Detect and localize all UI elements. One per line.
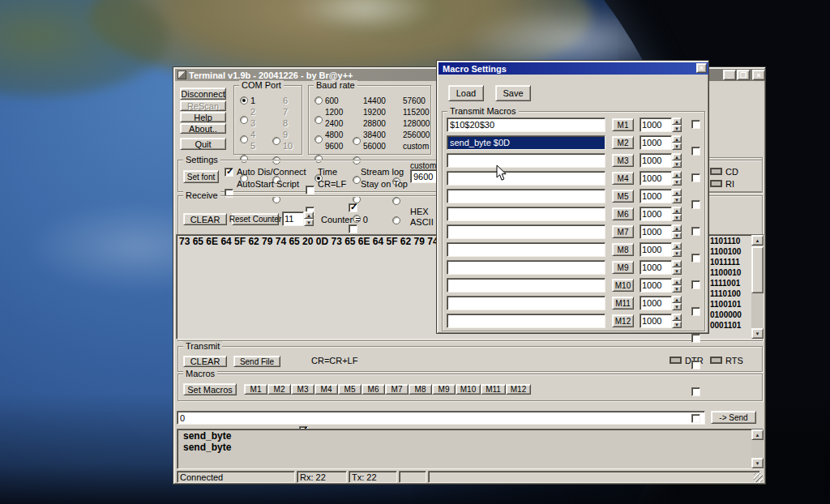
macro-m6-button[interactable]: M6 [612,207,634,220]
log-scrollbar[interactable]: ▲ ▼ [751,429,764,468]
delay-input[interactable] [640,154,671,167]
macro-m4-quick-button[interactable]: M4 [314,384,338,395]
macro-input-m11[interactable] [447,296,605,310]
delay-input[interactable] [640,172,671,185]
delay-input[interactable] [640,207,671,220]
macro-input-m4[interactable] [447,171,605,186]
spin-up-icon[interactable]: ▲ [672,278,682,285]
spin-up-icon[interactable]: ▲ [672,189,682,196]
delay-input[interactable] [640,190,671,203]
quit-button[interactable]: Quit [180,138,226,150]
spin-down-icon[interactable]: ▼ [672,232,682,239]
spin-up-icon[interactable]: ▲ [672,117,682,125]
close-icon[interactable]: × [752,70,765,80]
spin-down-icon[interactable]: ▼ [672,196,682,203]
set-font-button[interactable]: Set font [183,170,219,183]
spin-down-icon[interactable]: ▼ [672,267,682,275]
counter-spin-buttons[interactable]: ▲ ▼ [304,211,314,226]
macro-m8-delay[interactable] [640,242,672,257]
auto-disconnect-checkbox[interactable]: ✓ [225,168,233,177]
macro-m10-quick-button[interactable]: M10 [456,384,481,395]
spin-up-icon[interactable]: ▲ [672,171,682,178]
delay-spin-buttons[interactable]: ▲▼ [672,189,682,203]
spin-up-icon[interactable]: ▲ [672,260,682,267]
disconnect-button[interactable]: Disconnect [180,88,226,100]
macro-m3-quick-button[interactable]: M3 [291,384,314,395]
macro-m3-checkbox[interactable] [691,173,700,182]
macro-input-m6[interactable] [447,207,605,221]
help-button[interactable]: Help [180,112,226,122]
send-input[interactable] [177,411,705,425]
com3-radio[interactable] [240,135,248,143]
resize-grip[interactable] [754,473,763,482]
com1-radio[interactable] [240,96,248,105]
macro-m9-checkbox[interactable] [691,334,700,343]
spin-down-icon[interactable]: ▼ [672,321,682,328]
macro-input-m1[interactable] [447,117,605,132]
macro-m11-checkbox[interactable] [691,387,700,396]
macro-m4-delay[interactable] [640,171,672,186]
macro-m2-quick-button[interactable]: M2 [267,384,291,395]
scroll-down-icon[interactable]: ▼ [751,328,764,339]
macro-m12-checkbox[interactable] [691,414,700,423]
macro-m11-quick-button[interactable]: M11 [481,384,506,395]
macro-m11-delay[interactable] [640,296,672,310]
delay-input[interactable] [640,279,671,292]
macro-m12-quick-button[interactable]: M12 [506,384,531,395]
macro-m8-checkbox[interactable] [691,307,700,316]
spin-up-icon[interactable]: ▲ [672,207,682,214]
macro-m10-delay[interactable] [640,278,672,293]
spin-up-icon[interactable]: ▲ [672,224,682,232]
spin-up-icon[interactable]: ▲ [672,242,682,250]
dialog-titlebar[interactable]: Macro Settings × [439,62,708,75]
delay-spin-buttons[interactable]: ▲▼ [672,260,682,275]
delay-spin-buttons[interactable]: ▲▼ [672,117,682,132]
set-macros-button[interactable]: Set Macros [183,383,237,395]
reset-counter-button[interactable]: Reset Counter [232,213,279,225]
com6-radio[interactable] [272,137,280,145]
macro-m6-delay[interactable] [640,207,672,221]
spin-down-icon[interactable]: ▼ [304,219,314,226]
macro-m7-checkbox[interactable] [691,280,700,289]
macro-m2-delay[interactable] [640,135,672,150]
spin-down-icon[interactable]: ▼ [672,214,682,221]
delay-spin-buttons[interactable]: ▲▼ [672,242,682,257]
macro-input-m3[interactable] [447,153,605,168]
spin-down-icon[interactable]: ▼ [672,143,682,150]
delay-input[interactable] [640,225,671,238]
macro-m7-quick-button[interactable]: M7 [385,384,409,395]
macro-m12-delay[interactable] [640,314,672,328]
macro-m9-quick-button[interactable]: M9 [432,384,456,395]
maximize-button[interactable]: ❐ [737,70,750,80]
macro-input-m7[interactable] [447,224,605,239]
counter-spinner[interactable] [282,211,304,226]
delay-spin-buttons[interactable]: ▲▼ [672,314,682,328]
custom-baud-input[interactable] [410,169,437,183]
macro-input-m10[interactable] [447,278,605,293]
counter-spin-input[interactable] [283,212,303,225]
baud-14400-radio[interactable] [353,137,361,145]
delay-spin-buttons[interactable]: ▲▼ [672,224,682,239]
macro-input-m8[interactable] [447,242,605,257]
spin-down-icon[interactable]: ▼ [672,125,682,132]
macro-m4-checkbox[interactable] [691,200,700,209]
minimize-button[interactable]: _ [723,70,736,80]
delay-spin-buttons[interactable]: ▲▼ [672,296,682,310]
spin-up-icon[interactable]: ▲ [672,135,682,143]
delay-input[interactable] [640,243,671,256]
spin-up-icon[interactable]: ▲ [672,296,682,303]
delay-input[interactable] [640,261,671,274]
time-checkbox[interactable] [306,186,314,194]
macro-m2-button[interactable]: M2 [612,136,634,149]
delay-spin-buttons[interactable]: ▲▼ [672,278,682,293]
scroll-up-icon[interactable]: ▲ [751,235,764,246]
macro-m6-checkbox[interactable] [691,254,700,263]
macro-input-m2[interactable] [447,135,605,150]
macro-m3-delay[interactable] [640,153,672,168]
rts-led[interactable] [710,357,722,364]
macro-m9-button[interactable]: M9 [612,261,634,274]
spin-up-icon[interactable]: ▲ [304,211,314,219]
binary-scrollbar[interactable]: ▲ ▼ [751,235,764,339]
dtr-led[interactable] [670,357,682,364]
spin-up-icon[interactable]: ▲ [672,314,682,321]
